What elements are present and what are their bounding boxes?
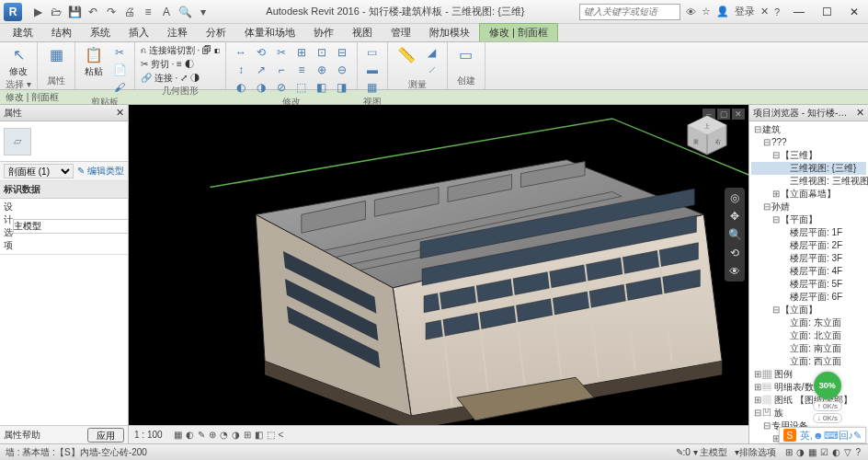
zoom-icon[interactable]: 🔍 <box>728 228 742 241</box>
type-selector[interactable]: 剖面框 (1) <box>4 164 74 178</box>
property-row[interactable]: 设计选项 <box>0 199 128 255</box>
qat-button-0[interactable]: ▶ <box>29 4 46 20</box>
ime-logo-icon[interactable]: S <box>783 429 796 442</box>
ribbon-grid-button[interactable]: ◐ <box>232 79 250 96</box>
tree-node[interactable]: ⊟【立面】 <box>751 304 866 316</box>
ribbon-grid-button[interactable]: ⊟ <box>333 44 351 61</box>
status-mid[interactable]: ✎:0 ▾ 主模型 <box>676 446 728 459</box>
ribbon-grid-button[interactable]: ↗ <box>252 62 270 78</box>
ribbon-grid-button[interactable]: ⊡ <box>313 44 331 61</box>
filter-dropdown[interactable]: ▾排除选项 <box>735 446 776 459</box>
ribbon-grid-button[interactable]: ↔ <box>232 44 250 61</box>
ribbon-tab[interactable]: 分析 <box>197 24 235 41</box>
tree-node[interactable]: ⊟??? <box>751 136 866 149</box>
vp-close-icon[interactable]: ✕ <box>732 109 745 120</box>
statusbar-icon[interactable]: ◑ <box>796 447 805 457</box>
ime-button[interactable]: 英 <box>800 430 810 441</box>
ribbon-small-button[interactable]: 🖌 <box>110 79 129 96</box>
ribbon-small-button[interactable]: ✂ <box>110 44 129 61</box>
properties-help-link[interactable]: 属性帮助 <box>4 429 40 442</box>
maximize-button[interactable]: ☐ <box>813 3 840 21</box>
ribbon-grid-button[interactable]: ✂ <box>272 44 291 61</box>
ime-button[interactable]: ☻ <box>813 430 824 441</box>
ribbon-grid-button[interactable]: ≡ <box>292 62 311 78</box>
tree-node[interactable]: 三维视图: 三维视图 1 <box>751 175 866 188</box>
ribbon-small-button[interactable]: ▭ <box>363 44 382 61</box>
qat-button-7[interactable]: A <box>158 4 175 20</box>
tree-node[interactable]: 楼层平面: 3F <box>751 252 866 265</box>
statusbar-icon[interactable]: ☑ <box>820 447 828 457</box>
ribbon-tab[interactable]: 建筑 <box>4 24 42 41</box>
statusbar-icon[interactable]: ◐ <box>832 447 840 457</box>
ribbon-grid-button[interactable]: ⊕ <box>313 62 331 78</box>
qat-button-3[interactable]: ↶ <box>85 4 101 20</box>
ribbon-small-button[interactable]: ◢ <box>423 44 441 61</box>
ribbon-tab[interactable]: 插入 <box>120 24 158 41</box>
tree-node[interactable]: 立面: 东立面 <box>751 316 866 329</box>
browser-close-icon[interactable]: ✕ <box>856 107 864 119</box>
tree-node[interactable]: 三维视图: {三维} <box>751 162 866 175</box>
apply-button[interactable]: 应用 <box>87 428 124 443</box>
app-icon[interactable]: R <box>4 3 22 21</box>
ribbon-tab[interactable]: 系统 <box>81 24 120 41</box>
statusbar-icon[interactable]: ⊞ <box>785 447 793 457</box>
ribbon-button[interactable]: ▭ <box>453 44 479 65</box>
statusbar-icon[interactable]: ? <box>855 447 861 457</box>
tree-node[interactable]: 立面: 西立面 <box>751 355 866 368</box>
view-control-button[interactable]: ◑ <box>232 430 240 440</box>
view-control-button[interactable]: ▦ <box>174 430 182 440</box>
edit-type-link[interactable]: ✎ 编辑类型 <box>77 165 124 178</box>
ribbon-button[interactable]: ▦ <box>43 44 69 65</box>
favorite-icon[interactable]: ☆ <box>702 6 711 17</box>
tree-node[interactable]: 楼层平面: 4F <box>751 265 866 278</box>
tree-node[interactable]: ⊞▤ 明细表/数量 <box>751 381 866 394</box>
qat-button-5[interactable]: 🖨 <box>121 4 138 20</box>
ribbon-row[interactable]: ✂ 剪切 · ≡ ◐ <box>141 58 220 71</box>
ribbon-tab[interactable]: 视图 <box>343 24 382 41</box>
ribbon-small-button[interactable]: 📄 <box>110 62 129 78</box>
tree-node[interactable]: 楼层平面: 2F <box>751 239 866 252</box>
ribbon-tab[interactable]: 结构 <box>42 24 81 41</box>
view-control-button[interactable]: ✎ <box>198 430 205 440</box>
view-control-button[interactable]: ⬚ <box>267 430 275 440</box>
ribbon-grid-button[interactable]: ⊖ <box>333 62 351 78</box>
tree-node[interactable]: ⊞▥ 图纸 【图纸/全部】 <box>751 394 866 407</box>
ribbon-grid-button[interactable]: ◑ <box>252 79 270 96</box>
user-icon[interactable]: 👤 <box>716 6 729 17</box>
tree-node[interactable]: ⊞▦ 图例 <box>751 368 866 381</box>
tree-node[interactable]: 立面: 北立面 <box>751 329 866 342</box>
exchange-icon[interactable]: ✕ <box>760 6 769 17</box>
qat-button-9[interactable]: ▾ <box>195 4 211 20</box>
login-link[interactable]: 登录 <box>735 5 755 18</box>
ime-toolbar[interactable]: S 英,☻⌨回♪✎ <box>779 427 866 443</box>
view-control-button[interactable]: ◔ <box>220 430 228 440</box>
ribbon-tab[interactable]: 体量和场地 <box>235 24 304 41</box>
building-model[interactable] <box>129 105 748 425</box>
ribbon-small-button[interactable]: ▬ <box>363 62 382 78</box>
properties-close-icon[interactable]: ✕ <box>116 107 124 119</box>
view-control-button[interactable]: ⊕ <box>209 430 216 440</box>
ribbon-grid-button[interactable]: ⊘ <box>272 79 291 96</box>
help-icon[interactable]: ? <box>774 6 780 17</box>
ribbon-button[interactable]: ↖修改 <box>6 44 31 78</box>
ribbon-tab[interactable]: 注释 <box>158 24 197 41</box>
statusbar-icon[interactable]: ▦ <box>808 447 817 457</box>
ribbon-grid-button[interactable]: ◨ <box>333 79 351 96</box>
ribbon-grid-button[interactable]: ⊞ <box>292 44 311 61</box>
tree-node[interactable]: 楼层平面: 5F <box>751 278 866 291</box>
lookaround-icon[interactable]: 👁 <box>729 265 740 278</box>
ribbon-tab[interactable]: 附加模块 <box>420 24 479 41</box>
ribbon-row[interactable]: 🔗 连接 · ⤢ ◑ <box>141 72 220 85</box>
ribbon-row[interactable]: ⎌ 连接端切割 · 🗐 ◧ <box>141 44 220 57</box>
tree-node[interactable]: ⊟凹 族 <box>751 407 866 420</box>
tree-node[interactable]: ⊞【立面幕墙】 <box>751 188 866 201</box>
view-cube[interactable]: 上 前 右 <box>684 112 730 158</box>
ribbon-button[interactable]: 📋粘贴 <box>81 44 107 78</box>
ime-button[interactable]: ✎ <box>853 430 862 441</box>
ribbon-grid-button[interactable]: ⟲ <box>252 44 270 61</box>
help-search-input[interactable] <box>579 4 680 20</box>
tree-node[interactable]: ⊟【平面】 <box>751 213 866 226</box>
minimize-button[interactable]: — <box>785 3 813 21</box>
identity-data-section[interactable]: 标识数据 <box>0 181 128 199</box>
download-progress-widget[interactable]: 30% ↑ 0K/s ↓ 0K/s <box>813 372 842 423</box>
